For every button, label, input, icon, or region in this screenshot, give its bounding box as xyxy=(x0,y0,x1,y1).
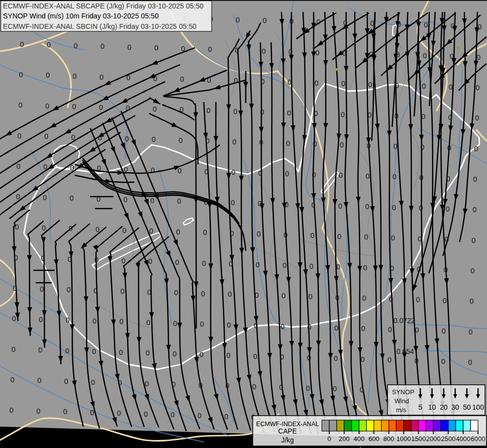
svg-text:0: 0 xyxy=(397,20,401,28)
svg-text:0: 0 xyxy=(151,166,155,174)
svg-text:0: 0 xyxy=(257,230,261,238)
svg-text:0: 0 xyxy=(367,142,371,150)
svg-text:0: 0 xyxy=(205,137,209,145)
svg-text:0: 0 xyxy=(262,47,266,55)
svg-text:0: 0 xyxy=(335,294,339,302)
svg-text:0: 0 xyxy=(152,135,156,143)
svg-text:0: 0 xyxy=(203,228,207,236)
svg-text:0: 0 xyxy=(339,171,343,179)
svg-text:0: 0 xyxy=(144,410,148,418)
svg-text:0: 0 xyxy=(363,264,367,272)
svg-text:0: 0 xyxy=(92,347,96,355)
svg-text:0: 0 xyxy=(17,132,21,140)
svg-text:0: 0 xyxy=(306,384,310,392)
svg-text:0: 0 xyxy=(308,293,312,301)
svg-text:0: 0 xyxy=(119,318,123,326)
svg-text:0: 0 xyxy=(334,324,338,332)
svg-text:0: 0 xyxy=(117,409,121,417)
svg-text:0: 0 xyxy=(468,358,472,366)
svg-text:2500: 2500 xyxy=(441,435,455,443)
svg-text:0: 0 xyxy=(261,78,265,86)
svg-text:0: 0 xyxy=(10,376,14,384)
svg-text:0: 0 xyxy=(421,112,425,120)
svg-text:20: 20 xyxy=(440,403,448,411)
svg-text:0: 0 xyxy=(469,328,473,336)
svg-text:0: 0 xyxy=(390,264,394,272)
svg-text:0: 0 xyxy=(393,142,397,150)
svg-text:0: 0 xyxy=(252,383,256,391)
svg-text:0: 0 xyxy=(285,170,289,178)
svg-text:0: 0 xyxy=(418,235,422,243)
svg-text:0: 0 xyxy=(232,138,236,146)
svg-text:200: 200 xyxy=(339,435,350,443)
svg-text:0: 0 xyxy=(231,199,235,207)
svg-text:0: 0 xyxy=(422,82,426,90)
svg-text:0: 0 xyxy=(15,223,19,231)
svg-text:0: 0 xyxy=(179,136,183,144)
svg-text:0: 0 xyxy=(281,323,285,331)
svg-text:0: 0 xyxy=(99,73,103,81)
svg-text:0: 0 xyxy=(289,48,292,56)
svg-text:0: 0 xyxy=(18,101,22,109)
svg-text:0: 0 xyxy=(341,111,345,118)
svg-text:0: 0 xyxy=(67,286,71,294)
svg-text:0: 0 xyxy=(395,82,399,90)
svg-text:0: 0 xyxy=(314,79,318,87)
svg-text:0: 0 xyxy=(71,133,75,141)
svg-text:0: 0 xyxy=(180,106,184,113)
svg-text:0: 0 xyxy=(98,134,102,142)
svg-text:0: 0 xyxy=(13,284,17,292)
svg-text:0: 0 xyxy=(478,23,482,31)
svg-text:0: 0 xyxy=(361,355,365,363)
svg-text:0: 0 xyxy=(171,411,175,419)
svg-text:0: 0 xyxy=(95,256,98,264)
svg-text:0: 0 xyxy=(446,205,450,213)
svg-text:0: 0 xyxy=(150,197,154,205)
svg-text:0: 0 xyxy=(307,354,311,362)
svg-text:0: 0 xyxy=(368,81,372,89)
svg-text:0: 0 xyxy=(206,107,210,114)
svg-text:50: 50 xyxy=(463,403,471,411)
svg-text:0: 0 xyxy=(336,263,340,271)
svg-text:0: 0 xyxy=(368,111,372,119)
svg-text:0: 0 xyxy=(314,110,318,117)
svg-text:0: 0 xyxy=(448,113,452,121)
svg-text:0.654: 0.654 xyxy=(396,347,414,355)
svg-text:0: 0 xyxy=(471,267,475,275)
svg-text:0: 0 xyxy=(312,171,316,179)
svg-text:0: 0 xyxy=(307,323,311,331)
svg-text:0: 0 xyxy=(127,43,131,51)
svg-text:1000: 1000 xyxy=(396,435,411,443)
svg-text:0: 0 xyxy=(149,227,153,235)
svg-text:0: 0 xyxy=(341,80,345,88)
svg-text:0: 0 xyxy=(415,326,419,334)
svg-text:0: 0 xyxy=(11,345,15,353)
svg-text:0: 0 xyxy=(94,287,97,295)
svg-text:0: 0 xyxy=(235,46,239,54)
svg-text:0: 0 xyxy=(419,204,423,212)
svg-text:0: 0 xyxy=(97,195,100,203)
svg-text:0: 0 xyxy=(122,226,126,234)
svg-text:m/s: m/s xyxy=(396,406,406,414)
svg-text:ECMWF-INDEX-ANAL: ECMWF-INDEX-ANAL xyxy=(256,421,319,428)
svg-text:0: 0 xyxy=(97,164,101,172)
svg-text:0: 0 xyxy=(444,266,448,274)
svg-text:0: 0 xyxy=(99,104,103,112)
svg-text:0: 0 xyxy=(472,236,476,244)
svg-text:0: 0 xyxy=(287,109,291,117)
svg-text:0: 0 xyxy=(365,203,369,211)
svg-text:0: 0 xyxy=(124,165,128,173)
svg-text:0: 0 xyxy=(226,351,230,359)
svg-text:0: 0 xyxy=(236,16,240,24)
svg-text:0: 0 xyxy=(362,294,366,302)
svg-text:SYNOP: SYNOP xyxy=(392,388,414,396)
svg-text:0: 0 xyxy=(258,169,262,177)
svg-text:0: 0 xyxy=(279,383,283,391)
svg-text:0: 0 xyxy=(38,346,42,354)
svg-text:0: 0 xyxy=(126,104,130,112)
svg-text:0: 0 xyxy=(154,44,158,52)
svg-text:0: 0 xyxy=(290,17,293,25)
svg-text:0: 0 xyxy=(20,40,24,48)
svg-text:0: 0 xyxy=(259,138,263,146)
svg-text:0: 0 xyxy=(256,261,260,269)
